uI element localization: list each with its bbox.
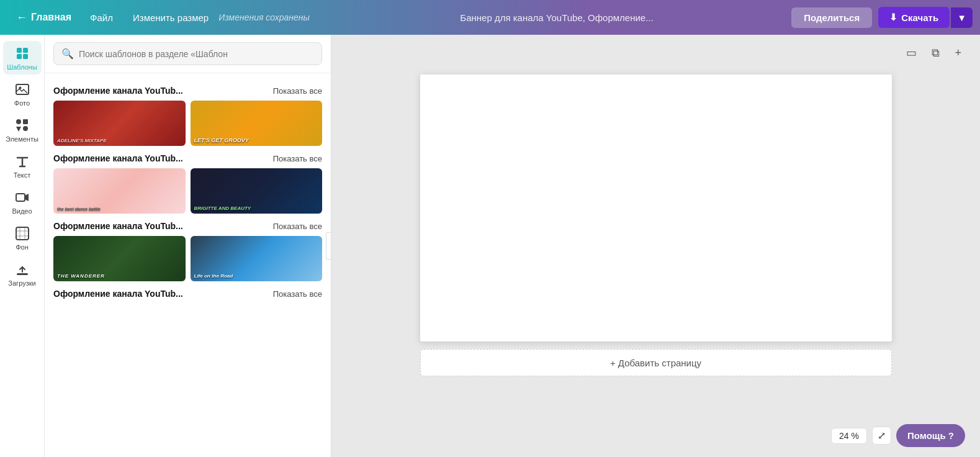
thumb-label-5: THE WANDERER (57, 273, 105, 279)
icon-sidebar: Шаблоны Фото Элементы Текст (0, 35, 45, 457)
expand-icon: ⤢ (878, 430, 886, 441)
svg-rect-0 (17, 48, 22, 53)
back-arrow-icon: ← (16, 11, 27, 24)
collapse-panel-button[interactable]: ‹ (326, 232, 331, 260)
section-title-3: Оформление канала YouTub... (53, 221, 183, 231)
sidebar-item-text[interactable]: Текст (3, 149, 42, 183)
svg-rect-3 (23, 54, 28, 59)
video-icon (15, 190, 30, 205)
canvas-toolbar: ▭ ⧉ + (902, 43, 965, 62)
templates-list: Оформление канала YouTub... Показать все… (45, 73, 331, 457)
document-title: Баннер для канала YouTube, Оформление... (322, 12, 791, 23)
add-tool-button[interactable]: + (951, 44, 965, 62)
templates-grid-2: the best dance battle BRIGITTE AND BEAUT… (53, 168, 322, 214)
template-thumb-1[interactable]: ADELINE'S MIXTAPE (53, 101, 186, 146)
elements-icon (15, 118, 30, 133)
zoom-fit-button[interactable]: ⤢ (872, 427, 891, 445)
home-button[interactable]: ← Главная (7, 7, 80, 28)
download-dropdown-button[interactable]: ▼ (951, 7, 973, 28)
templates-grid-3: THE WANDERER Life on the Road (53, 236, 322, 281)
frame-tool-button[interactable]: ▭ (902, 43, 920, 62)
svg-rect-7 (23, 119, 28, 124)
templates-grid-1: ADELINE'S MIXTAPE LET'S GET GROOVY (53, 101, 322, 146)
section-title-2: Оформление канала YouTub... (53, 153, 183, 163)
zoom-display: 24 % (831, 428, 867, 444)
section-header-4: Оформление канала YouTub... Показать все (53, 289, 322, 299)
sidebar-label-elements: Элементы (6, 135, 38, 143)
upload-icon (15, 262, 30, 277)
svg-rect-9 (16, 194, 25, 201)
svg-rect-10 (16, 227, 29, 240)
sidebar-item-uploads[interactable]: Загрузки (3, 257, 42, 291)
template-thumb-5[interactable]: THE WANDERER (53, 236, 186, 281)
thumb-label-3: the best dance battle (57, 207, 101, 211)
saved-status: Изменения сохранены (218, 12, 310, 22)
background-icon (15, 226, 30, 241)
sidebar-item-templates[interactable]: Шаблоны (3, 41, 42, 75)
show-all-link-3[interactable]: Показать все (273, 222, 322, 231)
template-thumb-6[interactable]: Life on the Road (191, 236, 323, 281)
grid-icon (15, 46, 30, 61)
template-panel: 🔍 Оформление канала YouTub... Показать в… (45, 35, 331, 457)
sidebar-label-photo: Фото (14, 99, 30, 107)
photo-icon (15, 82, 30, 97)
copy-icon: ⧉ (932, 47, 940, 59)
thumb-label-4: BRIGITTE AND BEAUTY (194, 206, 251, 211)
help-label: Помощь ? (907, 430, 954, 441)
search-bar: 🔍 (45, 35, 331, 73)
copy-tool-button[interactable]: ⧉ (928, 44, 943, 62)
canvas-page[interactable] (420, 75, 892, 342)
sidebar-label-text: Текст (14, 171, 31, 179)
download-icon: ⬇ (889, 12, 897, 23)
resize-button[interactable]: Изменить размер (123, 9, 218, 27)
download-label: Скачать (901, 12, 938, 23)
sidebar-label-background: Фон (16, 243, 29, 251)
canvas-wrapper: + Добавить страницу (414, 75, 898, 376)
section-header-3: Оформление канала YouTub... Показать все (53, 221, 322, 231)
search-input[interactable] (79, 49, 314, 59)
add-page-button[interactable]: + Добавить страницу (420, 349, 892, 376)
home-label: Главная (31, 12, 71, 23)
share-button[interactable]: Поделиться (791, 7, 872, 28)
section-header-2: Оформление канала YouTub... Показать все (53, 153, 322, 163)
file-menu-button[interactable]: Файл (80, 9, 123, 27)
sidebar-item-photo[interactable]: Фото (3, 77, 42, 111)
sidebar-label-uploads: Загрузки (8, 279, 35, 287)
sidebar-item-elements[interactable]: Элементы (3, 113, 42, 147)
show-all-link-4[interactable]: Показать все (273, 289, 322, 299)
show-all-link-2[interactable]: Показать все (273, 154, 322, 163)
svg-point-6 (16, 119, 21, 124)
sidebar-item-background[interactable]: Фон (3, 221, 42, 255)
section-title-4: Оформление канала YouTub... (53, 289, 183, 299)
svg-rect-11 (17, 273, 28, 275)
add-icon: + (955, 47, 961, 59)
sidebar-label-video: Видео (12, 207, 32, 215)
thumb-label-2: LET'S GET GROOVY (194, 137, 249, 143)
template-thumb-2[interactable]: LET'S GET GROOVY (191, 101, 323, 146)
main-body: Шаблоны Фото Элементы Текст (0, 35, 980, 457)
top-navigation: ← Главная Файл Изменить размер Изменения… (0, 0, 980, 35)
search-icon: 🔍 (61, 48, 74, 60)
canvas-area: ▭ ⧉ + + Добавить страницу 24 % ⤢ Помощь … (331, 35, 980, 457)
bottom-bar: 24 % ⤢ Помощь ? (831, 424, 965, 447)
help-button[interactable]: Помощь ? (896, 424, 965, 447)
svg-rect-1 (23, 48, 28, 53)
download-button[interactable]: ⬇ Скачать (878, 7, 950, 28)
thumb-label-1: ADELINE'S MIXTAPE (57, 138, 107, 143)
template-thumb-4[interactable]: BRIGITTE AND BEAUTY (191, 168, 323, 214)
svg-rect-8 (23, 126, 28, 131)
show-all-link-1[interactable]: Показать все (273, 86, 322, 96)
sidebar-label-templates: Шаблоны (7, 63, 37, 71)
search-input-wrap: 🔍 (53, 42, 322, 65)
section-title-1: Оформление канала YouTub... (53, 86, 183, 96)
thumb-label-6: Life on the Road (194, 273, 233, 279)
template-thumb-3[interactable]: the best dance battle (53, 168, 186, 214)
svg-rect-2 (17, 54, 22, 59)
text-icon (15, 154, 30, 169)
section-header-1: Оформление канала YouTub... Показать все (53, 86, 322, 96)
sidebar-item-video[interactable]: Видео (3, 185, 42, 219)
frame-icon: ▭ (906, 47, 917, 59)
